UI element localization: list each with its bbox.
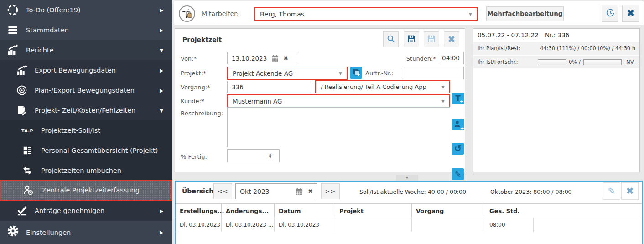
prev-month-button[interactable]: <<: [213, 183, 232, 199]
spinner-down-icon[interactable]: ▼: [269, 156, 271, 159]
clear-date-icon[interactable]: ✖: [283, 55, 288, 61]
gear-icon: [6, 224, 19, 237]
month-value: Okt 2023: [240, 188, 270, 195]
sidebar: To-Do (Offen:19) ▶ Stammdaten ▶ Berichte…: [0, 0, 172, 244]
chevron-right-icon: ▶: [160, 208, 163, 213]
list-blocks-icon: [21, 144, 34, 157]
sidebar-item-projektzeiten-umbuchen[interactable]: Projektzeiten umbuchen: [0, 161, 172, 181]
undo-button[interactable]: ↺: [452, 143, 464, 155]
sidebar-item-label: Projekt- Zeit/Kosten/Fehlzeiten: [35, 107, 135, 114]
ist-fortschritt-row: Ihr Ist/Fortschr.: 0% / -NV-: [473, 56, 639, 68]
sidebar-item-label: Anträge genehmigen: [35, 207, 104, 214]
sidebar-item-berichte[interactable]: Berichte ▼: [0, 40, 172, 60]
month-date-input[interactable]: Okt 2023 ✖: [235, 183, 317, 199]
vorgang-add-button[interactable]: T+: [452, 93, 464, 104]
vorgang-info-panel: 05.07.22 - 07.12.22 Nr.: 336 Ihr Plan/Is…: [473, 28, 640, 172]
fortschritt-value: -NV-: [624, 59, 635, 65]
vorgang-period-row: 05.07.22 - 07.12.22 Nr.: 336: [473, 29, 639, 42]
vorgang-dropdown[interactable]: / Realisierung/ Teil A Codierung App ▼: [315, 80, 450, 93]
mehrfachbearbeitung-button[interactable]: Mehrfachbearbeitung: [486, 6, 564, 21]
close-overview-button[interactable]: ✖: [621, 182, 639, 200]
beschreibung-textarea[interactable]: [227, 107, 450, 147]
sidebar-item-personal-gesamtuebersicht[interactable]: Personal Gesamtübersicht (Projekt): [0, 140, 172, 161]
sidebar-item-label: Personal Gesamtübersicht (Projekt): [41, 147, 158, 154]
clear-month-icon[interactable]: ✖: [308, 188, 313, 194]
sidebar-item-zentrale-projektzeiterfassung[interactable]: Zentrale Projektzeiterfassung: [0, 180, 172, 201]
chevron-down-icon: ▼: [441, 85, 445, 89]
sidebar-item-stammdaten[interactable]: Stammdaten ▶: [0, 20, 172, 40]
projektzeit-panel: Projektzeit ✖ Von:* 13.10.2023 ✖: [175, 28, 465, 172]
mitarbeiter-dropdown[interactable]: Berg, Thomas ▼: [254, 7, 478, 21]
vorgang-nr-input[interactable]: 336: [227, 81, 311, 93]
menu-lines-icon: [6, 24, 19, 36]
history-button[interactable]: [602, 5, 618, 22]
sidebar-item-label: Stammdaten: [26, 26, 69, 34]
project-cards-add-icon: [352, 68, 361, 78]
vorgang-nr-value: 336: [232, 83, 244, 91]
vorgang-period: 05.07.22 - 07.12.22: [478, 31, 539, 39]
fortschritt-progress-bar: [583, 59, 622, 65]
kunde-label: Kunde:*: [181, 98, 204, 104]
column-header[interactable]: Projekt: [335, 204, 412, 218]
text-add-icon: T+: [455, 95, 461, 103]
column-header[interactable]: Vorgang: [412, 204, 485, 218]
next-month-button[interactable]: >>: [321, 183, 340, 199]
sidebar-item-antraege-genehmigen[interactable]: Anträge genehmigen ▶: [0, 201, 172, 221]
fertig-spinner-input[interactable]: ▲ ▼: [227, 149, 280, 162]
sidebar-item-label: Zentrale Projektzeiterfassung: [42, 187, 140, 194]
plan-ist-rest-row: Ihr Plan/Ist/Rest: 44:30 (111%) / 00:00 …: [473, 42, 639, 55]
sidebar-item-projektzeit-soll-ist[interactable]: TA-P Projektzeit-Soll/Ist: [0, 120, 172, 140]
save-copy-button[interactable]: [424, 31, 439, 47]
projekt-label: Projekt:*: [181, 70, 206, 77]
app-window: To-Do (Offen:19) ▶ Stammdaten ▶ Berichte…: [0, 0, 644, 244]
calendar-icon[interactable]: [295, 188, 302, 195]
column-header[interactable]: Erstellungs...: [176, 204, 222, 218]
projekt-add-button[interactable]: [350, 67, 362, 79]
column-header[interactable]: Ges. Std.: [485, 204, 642, 218]
employee-header-bar: Mitarbeiter: Berg, Thomas ▼ Mehrfachbear…: [174, 1, 644, 25]
week-summary: Soll/Ist aktuelle Woche: 40:00 / 00:00: [359, 188, 466, 195]
chevron-right-icon: ▶: [160, 8, 163, 13]
spinner-arrows[interactable]: ▲ ▼: [269, 153, 275, 159]
plan-ist-rest-label: Ihr Plan/Ist/Rest:: [478, 45, 520, 52]
chevron-down-icon: ▼: [160, 48, 163, 53]
sidebar-item-todo[interactable]: To-Do (Offen:19) ▶: [0, 0, 172, 20]
panel-title: Projektzeit: [182, 36, 222, 43]
kunde-dropdown[interactable]: Mustermann AG ▼: [227, 94, 450, 108]
calendar-icon[interactable]: [271, 55, 279, 62]
close-icon: ✖: [627, 9, 635, 18]
person-add-icon: +: [454, 120, 462, 130]
chart-icon: [6, 44, 19, 57]
table-row[interactable]: Di, 03.10.2023 ... Di, 03.10.2023 ... Di…: [176, 218, 642, 232]
person-clock-icon: [22, 184, 35, 197]
document-pencil-icon: [16, 104, 28, 117]
undo-icon: ↺: [454, 144, 462, 153]
column-header[interactable]: Datum: [275, 204, 335, 218]
tap-text-icon: TA-P: [21, 124, 34, 137]
projekt-dropdown[interactable]: Projekt Ackende AG ▼: [227, 67, 348, 80]
von-date-input[interactable]: 13.10.2023 ✖: [227, 52, 299, 64]
auftr-nr-input[interactable]: [402, 67, 464, 79]
chevron-right-icon: ▶: [160, 230, 163, 235]
collapse-panel-handle[interactable]: ▼: [396, 175, 418, 181]
kunde-add-button[interactable]: +: [452, 119, 464, 130]
cell-vorgang: [412, 218, 485, 232]
column-header[interactable]: Änderungs...: [222, 204, 275, 218]
save-button[interactable]: [404, 31, 419, 47]
vorgang-nr: Nr.: 336: [545, 31, 569, 39]
edit-text-button[interactable]: ✎: [452, 168, 464, 180]
auftr-nr-label: Auftr.-Nr.:: [365, 70, 394, 77]
stunden-input[interactable]: 04:00: [438, 52, 464, 64]
sidebar-item-export-bewegungsdaten[interactable]: Export Bewegungsdaten ▶: [0, 60, 172, 80]
close-employee-button[interactable]: ✖: [622, 5, 639, 22]
search-button[interactable]: [383, 31, 399, 47]
search-icon: [386, 34, 395, 45]
sidebar-item-label: Einstellungen: [26, 229, 71, 236]
sidebar-item-label: Export Bewegungsdaten: [35, 67, 116, 74]
sidebar-item-plan-export-bewegungsdaten[interactable]: Plan-/Export Bewegungsdaten ▶: [0, 80, 172, 100]
edit-entry-button[interactable]: ✎: [603, 182, 620, 200]
sidebar-item-label: Projektzeit-Soll/Ist: [41, 127, 100, 134]
close-form-button[interactable]: ✖: [444, 31, 459, 47]
sidebar-item-einstellungen[interactable]: Einstellungen ▶: [0, 221, 172, 244]
sidebar-item-projekt-zeit-kosten[interactable]: Projekt- Zeit/Kosten/Fehlzeiten ▼: [0, 100, 172, 120]
